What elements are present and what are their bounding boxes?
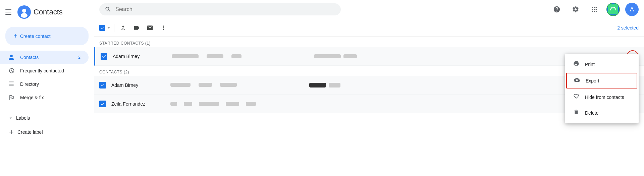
contact-blurred-detail <box>246 102 256 106</box>
contact-blurred-dark <box>309 83 326 87</box>
sidebar-item-contacts[interactable]: Contacts 2 <box>0 51 89 64</box>
label-icon <box>133 24 140 31</box>
grid-icon <box>591 6 598 13</box>
contacts-app-icon <box>17 5 31 19</box>
user-avatar[interactable]: A <box>625 3 639 16</box>
create-contact-button[interactable]: + Create contact <box>5 27 89 45</box>
toolbar-divider-1 <box>114 24 114 32</box>
select-all-checkbox[interactable] <box>99 25 105 31</box>
contact-checkbox-zeila-fernandez[interactable] <box>99 101 106 107</box>
contact-blurred-detail <box>207 54 223 58</box>
contact-checkbox-adam-birney-starred[interactable] <box>101 53 107 60</box>
directory-label: Directory <box>20 81 39 87</box>
contact-blurred-detail <box>184 102 192 106</box>
table-row[interactable]: Zeila Fernandez <box>94 95 644 113</box>
email-icon <box>147 24 153 31</box>
contact-name: Adam Birney <box>113 54 166 59</box>
contact-blurred-detail <box>343 54 357 58</box>
svg-point-2 <box>21 13 28 18</box>
menu-item-print[interactable]: Print <box>565 56 639 72</box>
menu-item-delete[interactable]: Delete <box>565 105 639 121</box>
app-logo: Contacts <box>17 5 63 19</box>
menu-item-hide[interactable]: Hide from contacts <box>565 89 639 105</box>
dropdown-arrow-icon[interactable] <box>106 25 111 31</box>
sidebar: Contacts + Create contact Contacts 2 Fre… <box>0 0 94 176</box>
labels-label: Labels <box>16 115 30 121</box>
context-menu: Print Export Hide from contacts Delete <box>565 54 639 123</box>
create-label-item[interactable]: Create label <box>0 126 94 138</box>
contacts-nav-label: Contacts <box>20 55 39 60</box>
sidebar-header: Contacts <box>0 3 94 24</box>
selected-count: 2 selected <box>617 25 639 31</box>
hide-icon <box>573 93 580 101</box>
hamburger-menu[interactable] <box>5 8 13 16</box>
contact-name: Zeila Fernandez <box>111 101 165 107</box>
contact-blurred-detail <box>199 102 219 106</box>
topbar-right: A <box>550 3 639 16</box>
email-button[interactable] <box>144 22 156 34</box>
contact-blurred-detail <box>170 102 177 106</box>
apps-icon-button[interactable] <box>588 3 601 16</box>
export-icon <box>574 77 580 84</box>
contact-blurred-detail <box>231 54 241 58</box>
frequently-contacted-icon <box>8 67 15 74</box>
toolbar: 2 selected <box>94 19 644 37</box>
print-icon <box>573 60 580 68</box>
sidebar-item-directory[interactable]: Directory <box>0 77 89 91</box>
menu-label-print: Print <box>585 62 595 67</box>
contact-blurred-detail <box>314 54 341 58</box>
search-input[interactable] <box>115 6 335 12</box>
menu-label-hide: Hide from contacts <box>585 95 624 100</box>
merge-icon <box>120 24 126 31</box>
search-box[interactable] <box>99 3 341 15</box>
create-label-label: Create label <box>17 129 43 135</box>
contact-checkbox-adam-birney[interactable] <box>99 82 106 89</box>
svg-rect-3 <box>608 4 618 14</box>
table-row[interactable]: Adam Birney <box>94 76 644 95</box>
chevron-down-icon <box>8 115 13 121</box>
menu-label-delete: Delete <box>585 110 598 116</box>
labels-section: Labels <box>0 110 94 126</box>
svg-point-1 <box>22 9 26 13</box>
main-content: A <box>94 0 644 176</box>
more-actions-button[interactable] <box>157 22 169 34</box>
labels-header[interactable]: Labels <box>8 113 86 123</box>
sidebar-item-merge-fix[interactable]: Merge & fix <box>0 91 89 104</box>
sidebar-divider <box>0 107 94 107</box>
help-icon-button[interactable] <box>550 3 564 16</box>
contact-blurred-detail <box>199 83 212 87</box>
create-contact-label: Create contact <box>20 34 51 39</box>
sidebar-item-frequently-contacted[interactable]: Frequently contacted <box>0 64 89 77</box>
delete-icon <box>573 109 580 117</box>
directory-icon <box>8 81 15 87</box>
menu-label-export: Export <box>586 78 599 83</box>
android-authority-avatar[interactable] <box>606 3 620 16</box>
merge-button[interactable] <box>117 22 129 34</box>
contact-name: Adam Birney <box>111 82 165 88</box>
svg-point-4 <box>611 7 612 8</box>
menu-item-export[interactable]: Export <box>566 73 637 89</box>
app-title: Contacts <box>34 8 63 16</box>
contacts-nav-badge: 2 <box>78 55 80 60</box>
topbar: A <box>94 0 644 19</box>
help-icon <box>553 6 560 13</box>
contact-blurred-detail <box>226 102 239 106</box>
select-all-control[interactable] <box>99 25 111 31</box>
more-vert-icon <box>160 24 167 31</box>
contact-blurred-detail <box>172 54 199 58</box>
contacts-nav-icon <box>8 54 15 61</box>
contact-list: STARRED CONTACTS (1) Adam Birney <box>94 37 644 176</box>
contact-details <box>172 54 592 58</box>
search-icon <box>105 6 111 13</box>
frequently-contacted-label: Frequently contacted <box>20 68 64 73</box>
contacts-header: CONTACTS (2) <box>94 66 644 76</box>
contact-blurred-detail <box>220 83 237 87</box>
table-row[interactable]: Adam Birney <box>94 47 644 66</box>
label-button[interactable] <box>130 22 143 34</box>
starred-contacts-header: STARRED CONTACTS (1) <box>94 37 644 47</box>
plus-icon: + <box>13 32 17 40</box>
contact-blurred-detail <box>170 83 191 87</box>
android-logo <box>608 4 618 14</box>
settings-icon-button[interactable] <box>569 3 582 16</box>
svg-point-5 <box>614 7 615 8</box>
